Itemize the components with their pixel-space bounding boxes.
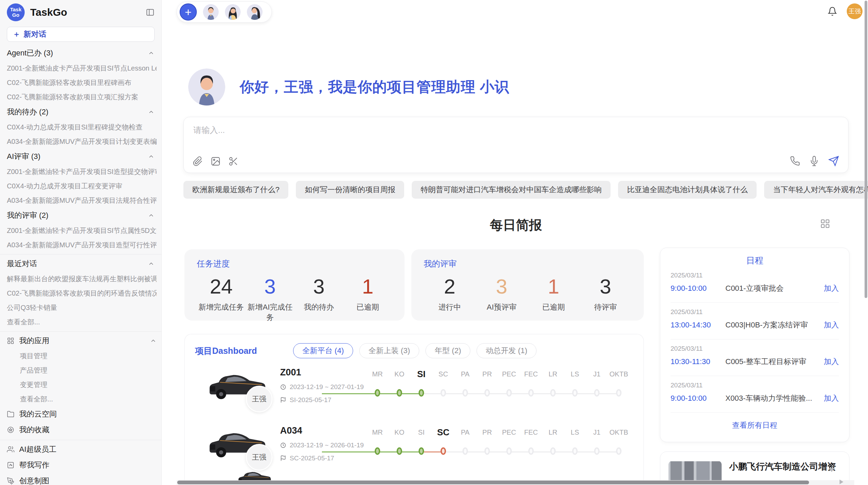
sidebar-item-my-apps[interactable]: 我的应用 [7, 333, 157, 349]
app-item[interactable]: 变更管理 [7, 377, 157, 392]
suggestion-chip[interactable]: 特朗普可能对进口汽车增税会对中国车企造成哪些影响 [412, 181, 611, 199]
group-title-my-todo[interactable]: 我的待办 (2) [7, 104, 157, 120]
chevron-up-icon[interactable] [148, 109, 155, 115]
project-row-z001[interactable]: 王强 Z001 2023-12-19 ~ 2027-01-19 SI-2025-… [195, 362, 633, 416]
my-apps-label: 我的应用 [19, 336, 49, 346]
join-link[interactable]: 加入 [824, 357, 839, 367]
pen-icon [7, 477, 14, 485]
group-title-recent[interactable]: 最近对话 [7, 256, 157, 272]
milestone-connector [575, 393, 597, 394]
conversation-item[interactable]: C02-飞腾新能源轻客改款项目的闭环通告反馈情况 [7, 286, 157, 300]
app-item[interactable]: 项目管理 [7, 349, 157, 363]
conversation-item[interactable]: Z001-全新燃油轻卡产品开发项目SI造型提交物评审 [7, 164, 157, 179]
sidebar-item-ai-staff[interactable]: AI超级员工 [7, 442, 157, 457]
chevron-up-icon[interactable] [148, 50, 155, 57]
stat-label: AI预评审 [476, 302, 528, 312]
conversation-item[interactable]: 解释最新出台的欧盟报废车法规再生塑料比例被调至15%... [7, 272, 157, 286]
suggestion-chip[interactable]: 欧洲新规最近颁布了什么? [183, 181, 288, 199]
conversation-item[interactable]: 公司Q3轻卡销量 [7, 300, 157, 315]
conversation-item[interactable]: C0X4-动力总成开发项目SI里程碑提交物检查 [7, 120, 157, 134]
send-icon[interactable] [828, 156, 839, 166]
scroll-right-arrow[interactable] [840, 480, 843, 484]
chevron-up-icon[interactable] [148, 260, 155, 267]
conversation-item[interactable]: Z001-全新燃油皮卡产品开发项目SI节点Lesson Learn报告 [7, 61, 157, 75]
agent-avatar-3[interactable] [247, 4, 263, 20]
project-flag-date: SI-2025-05-17 [290, 396, 331, 404]
sidebar-item-write-helper[interactable]: 帮我写作 [7, 457, 157, 473]
conversation-item[interactable]: 查看全部... [7, 315, 157, 329]
collapse-sidebar-icon[interactable] [146, 8, 155, 17]
horizontal-scrollbar-thumb[interactable] [177, 481, 809, 484]
dashboard-filter-chip[interactable]: 全新平台 (4) [293, 343, 353, 358]
chat-input[interactable] [193, 125, 839, 135]
milestone-node: SC [432, 368, 454, 380]
project-code: A034 [280, 425, 364, 436]
notification-bell-icon[interactable] [828, 7, 837, 16]
milestone-dot [462, 389, 468, 397]
group-title-ai-review[interactable]: AI评审 (3) [7, 149, 157, 164]
milestone-node: PR [476, 368, 498, 380]
join-link[interactable]: 加入 [824, 283, 839, 294]
new-chat-label: 新对话 [24, 29, 46, 39]
milestone-label: FEC [524, 368, 538, 380]
microphone-icon[interactable] [809, 156, 819, 166]
milestone-label: SC [437, 426, 449, 438]
attachment-icon[interactable] [193, 156, 203, 166]
milestone-dot [572, 389, 578, 397]
project-row-a034[interactable]: 王强 A034 2023-12-19 ~ 2026-01-19 SC-2025-… [195, 421, 633, 475]
group-title-agent-done[interactable]: Agent已办 (3) [7, 45, 157, 61]
milestone-label: PEC [502, 368, 516, 380]
sidebar-item-cloud-space[interactable]: 我的云空间 [7, 406, 157, 422]
suggestion-chip[interactable]: 当下年轻人对汽车外观有怎样的喜好趋势 [764, 181, 868, 199]
join-link[interactable]: 加入 [824, 320, 839, 330]
app-title: TaskGo [30, 7, 146, 18]
stat-item: 1 已逾期 [343, 274, 393, 323]
dashboard-title: 项目Dashboard [195, 345, 281, 357]
conversation-item[interactable]: C02-飞腾新能源轻客改款项目立项汇报方案 [7, 90, 157, 104]
milestone-label: J1 [593, 368, 600, 380]
conversation-item[interactable]: C0X4-动力总成开发项目工程变更评审 [7, 179, 157, 193]
app-item[interactable]: 查看全部... [7, 392, 157, 406]
view-all-schedule-link[interactable]: 查看所有日程 [671, 413, 839, 432]
card-title: 任务进度 [197, 258, 392, 269]
clock-icon [280, 442, 286, 448]
vertical-scrollbar-thumb[interactable] [865, 1, 867, 298]
chevron-up-icon[interactable] [150, 337, 157, 344]
sidebar-item-favorites[interactable]: 我的收藏 [7, 422, 157, 438]
chevron-up-icon[interactable] [148, 153, 155, 160]
group-title-my-review[interactable]: 我的评审 (2) [7, 208, 157, 223]
app-item[interactable]: 产品管理 [7, 363, 157, 377]
chevron-up-icon[interactable] [148, 212, 155, 219]
conversation-item[interactable]: C02-飞腾新能源轻客改款项目里程碑画布 [7, 75, 157, 90]
new-session-button[interactable]: + [180, 3, 197, 21]
dashboard-filter-chip[interactable]: 年型 (2) [425, 343, 470, 358]
image-upload-icon[interactable] [210, 156, 221, 166]
user-avatar[interactable]: 王强 [847, 3, 863, 19]
agent-avatar-1[interactable] [203, 4, 219, 20]
dashboard-filter-chip[interactable]: 动总开发 (1) [477, 343, 537, 358]
dashboard-filter-chip[interactable]: 全新上装 (3) [359, 343, 419, 358]
layout-grid-icon[interactable] [820, 219, 830, 229]
join-link[interactable]: 加入 [824, 393, 839, 403]
conversation-item[interactable]: Z001-全新燃油轻卡产品开发项目SI节点属性5D文件评审 [7, 223, 157, 238]
stat-label: 已逾期 [343, 302, 393, 312]
milestone-connector [322, 451, 377, 452]
suggestion-chip[interactable]: 如何写一份清晰的项目周报 [296, 181, 404, 199]
sidebar-item-creative-draw[interactable]: 创意制图 [7, 473, 157, 485]
suggestion-chip[interactable]: 比亚迪全固态电池计划具体说了什么 [618, 181, 757, 199]
conversation-item[interactable]: A034-全新新能源MUV产品开发项目计划变更表编写 [7, 134, 157, 149]
new-chat-button[interactable]: ＋ 新对话 [7, 27, 155, 42]
milestone-connector [443, 393, 465, 394]
scissors-icon[interactable] [228, 156, 239, 166]
stat-label: 待评审 [580, 302, 632, 312]
agent-avatar-2[interactable] [225, 4, 241, 20]
milestone-connector [553, 451, 575, 452]
scroll-down-arrow[interactable] [829, 468, 834, 472]
conversation-item[interactable]: A034-全新新能源MUV产品开发项目法规符合性评审 [7, 193, 157, 208]
milestone-node: PA [454, 426, 476, 438]
event-name: C005-整车工程目标评审 [725, 357, 824, 367]
schedule-event: 2025/03/11 9:00-10:00 X003-车辆动力学性能验... 加… [671, 376, 839, 413]
voice-call-icon[interactable] [790, 156, 800, 166]
conversation-item[interactable]: A034-全新新能源MUV产品开发项目造型可行性评审 [7, 238, 157, 252]
milestone-dot [506, 389, 512, 397]
